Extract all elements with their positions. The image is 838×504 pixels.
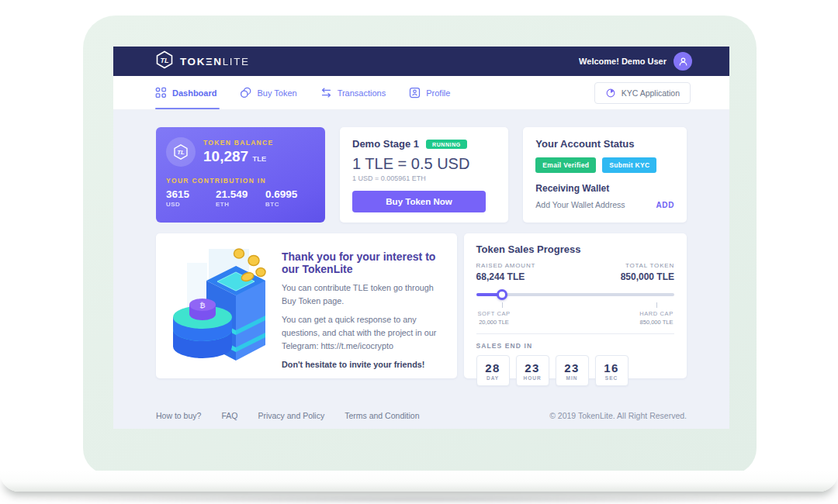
top-cards-row: TL TOKEN BALANCE 10,287 TLE YOUR CONTRIB… [156, 127, 687, 223]
dashboard-body: TL TOKEN BALANCE 10,287 TLE YOUR CONTRIB… [113, 110, 729, 420]
brand-name: TOKΞNLITE [180, 56, 250, 67]
total-token-block: TOTAL TOKEN 850,000 TLE [621, 262, 674, 282]
contribution-eth: 21.549 ETH [216, 188, 265, 208]
countdown-sec: 16 SEC [595, 355, 628, 386]
tokenlite-hexagon-logo-icon: TL [155, 50, 174, 72]
nav-label: Transactions [338, 88, 386, 98]
soft-cap-labels: SOFT CAP 20,000 TLE [463, 310, 525, 326]
app-footer: How to buy? FAQ Privacy and Policy Terms… [156, 411, 687, 420]
welcome-text: Welcome! Demo User [579, 57, 667, 66]
raised-amount-block: RAISED AMOUNT 68,244 TLE [476, 262, 536, 282]
user-area[interactable]: Welcome! Demo User [579, 52, 692, 71]
brand-logo[interactable]: TL TOKΞNLITE [155, 50, 250, 72]
add-wallet-link[interactable]: ADD [656, 201, 674, 209]
account-status-card: Your Account Status Email Verified Submi… [523, 127, 687, 223]
nav-item-profile[interactable]: Profile [409, 87, 450, 98]
nav-label: Dashboard [172, 88, 216, 98]
svg-text:₿: ₿ [199, 302, 205, 309]
thanks-title: Thank you for your interest to our Token… [282, 250, 443, 275]
receiving-wallet-title: Receiving Wallet [535, 183, 674, 194]
slider-knob[interactable] [497, 289, 507, 300]
nav-label: Buy Token [257, 88, 296, 98]
nav-label: Profile [426, 88, 450, 98]
main-nav: Dashboard Buy Token Transactions Profi [113, 76, 729, 110]
usd-eth-rate: 1 USD = 0.005961 ETH [352, 174, 496, 182]
contribution-row: 3615 USD 21.549 ETH 0.6995 BTC [166, 188, 315, 208]
account-status-title: Your Account Status [535, 138, 674, 150]
footer-link-privacy[interactable]: Privacy and Policy [258, 411, 324, 420]
countdown: 28 DAY 23 HOUR 23 MIN 16 SEC [476, 355, 674, 386]
contribution-usd: 3615 USD [166, 188, 216, 208]
thanks-paragraph-2: You can get a quick response to any ques… [282, 313, 443, 352]
thanks-paragraph-1: You can contribute TLE token go through … [282, 281, 443, 307]
nav-item-transactions[interactable]: Transactions [320, 87, 386, 98]
stage-title: Demo Stage 1 [352, 138, 419, 150]
countdown-hour: 23 HOUR [516, 355, 549, 386]
progress-title: Token Sales Progress [476, 243, 674, 255]
avatar[interactable] [674, 52, 692, 71]
kyc-application-button[interactable]: KYC Application [594, 82, 691, 104]
profile-card-icon [409, 87, 421, 98]
svg-text:TL: TL [161, 57, 169, 64]
countdown-day: 28 DAY [476, 355, 510, 386]
token-sales-progress-card: Token Sales Progress RAISED AMOUNT 68,24… [464, 233, 687, 378]
contribution-label: YOUR CONTRIBUTION IN [166, 177, 315, 185]
sales-end-label: SALES END IN [476, 342, 674, 350]
nav-item-buy-token[interactable]: Buy Token [240, 87, 296, 98]
invite-friends-note: Don't hesitate to invite your friends! [282, 360, 443, 369]
svg-text:TL: TL [177, 149, 185, 156]
submit-kyc-badge[interactable]: Submit KYC [602, 157, 656, 173]
contribution-btc: 0.6995 BTC [265, 188, 315, 208]
app-header: TL TOKΞNLITE Welcome! Demo User [113, 47, 729, 76]
token-balance-amount: 10,287 TLE [203, 148, 273, 165]
tokenlite-app-window: TL TOKΞNLITE Welcome! Demo User [113, 47, 729, 429]
laptop-shadow [11, 495, 827, 504]
countdown-min: 23 MIN [556, 355, 589, 386]
running-status-badge: RUNNING [426, 140, 467, 149]
token-balance-label: TOKEN BALANCE [203, 139, 273, 147]
coin-icon [240, 87, 251, 98]
soft-cap-tick [502, 302, 503, 308]
hard-cap-tick [656, 302, 657, 308]
hard-cap-labels: HARD CAP 850,000 TLE [625, 310, 687, 326]
token-rate: 1 TLE = 0.5 USD [352, 155, 496, 173]
copyright-text: © 2019 TokenLite. All Right Reserved. [549, 411, 687, 420]
token-balance-card: TL TOKEN BALANCE 10,287 TLE YOUR CONTRIB… [156, 127, 325, 223]
divider [476, 333, 674, 334]
wallet-address-hint: Add Your Wallet Address [535, 200, 625, 209]
token-hexagon-icon: TL [166, 137, 196, 167]
coins-illustration: ₿ [161, 243, 279, 369]
kyc-pie-icon [605, 88, 616, 98]
footer-link-how-to-buy[interactable]: How to buy? [156, 411, 201, 420]
footer-link-terms[interactable]: Terms and Condition [345, 411, 419, 420]
footer-link-faq[interactable]: FAQ [221, 411, 237, 420]
laptop-base [0, 471, 838, 492]
email-verified-badge: Email Verified [535, 157, 596, 173]
kyc-button-label: KYC Application [622, 88, 680, 98]
nav-item-dashboard[interactable]: Dashboard [155, 87, 216, 98]
sale-stage-card: Demo Stage 1 RUNNING 1 TLE = 0.5 USD 1 U… [340, 127, 508, 223]
sales-progress-slider: SOFT CAP 20,000 TLE HARD CAP 850,000 TLE [476, 289, 674, 323]
user-icon [677, 56, 689, 67]
thank-you-card: ₿ Thank you for your interest to our Tok… [156, 233, 457, 378]
buy-token-now-button[interactable]: Buy Token Now [352, 191, 486, 212]
transfer-arrows-icon [320, 87, 332, 98]
dashboard-grid-icon [155, 87, 167, 98]
bottom-cards-row: ₿ Thank you for your interest to our Tok… [156, 233, 687, 378]
